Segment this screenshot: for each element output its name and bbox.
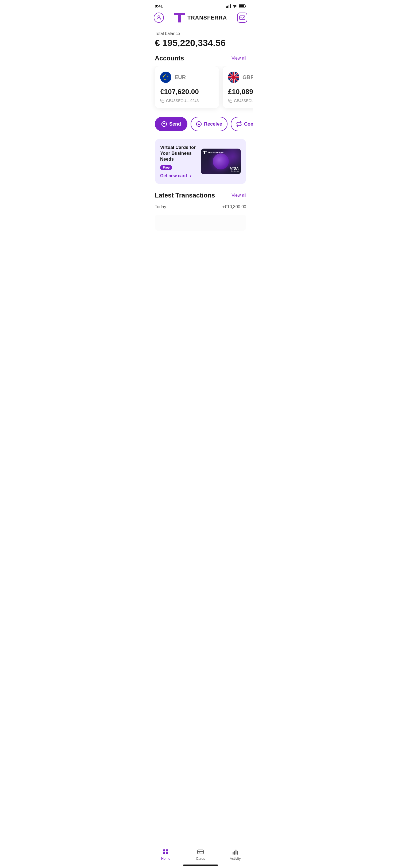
gbp-iban-text: GB43SEOU.... (234, 99, 253, 103)
svg-point-18 (163, 78, 164, 78)
svg-point-11 (165, 74, 166, 75)
svg-rect-1 (227, 6, 228, 8)
eur-currency-name: EUR (175, 74, 186, 81)
status-bar: 9:41 (148, 0, 253, 10)
gbp-amount: £10,089,2 (228, 88, 253, 96)
svg-point-14 (167, 78, 168, 78)
virtual-card-banner: Virtual Cards for Your Business Needs Fr… (155, 139, 246, 184)
battery-icon (239, 4, 246, 8)
transaction-item-partial (155, 215, 246, 230)
gbp-currency-name: GBP (243, 74, 253, 81)
receive-icon (196, 121, 202, 127)
today-row: Today +€10,300.00 (155, 205, 246, 213)
svg-rect-6 (245, 5, 246, 7)
balance-label: Total balance (155, 31, 246, 36)
accounts-section-header: Accounts View all (148, 55, 253, 66)
svg-point-12 (167, 75, 167, 75)
today-amount: +€10,300.00 (222, 205, 246, 209)
chevron-right-icon (188, 174, 193, 178)
visa-label: VISA (230, 166, 239, 170)
svg-point-7 (158, 16, 160, 18)
transactions-title: Latest Transactions (155, 192, 215, 199)
action-buttons: Send Receive Convert (148, 115, 253, 137)
receive-label: Receive (204, 121, 222, 127)
uk-flag (228, 72, 239, 83)
eur-iban-text: GB43SEOU....9243 (166, 99, 198, 103)
svg-point-20 (164, 75, 165, 75)
eur-amount: €107,620.00 (160, 88, 214, 96)
svg-rect-5 (239, 5, 244, 7)
convert-icon (236, 121, 242, 127)
convert-label: Convert (244, 121, 253, 127)
today-label: Today (155, 205, 166, 209)
svg-point-16 (165, 80, 166, 80)
account-card-gbp[interactable]: GBP £10,089,2 GB43SEOU.... (223, 66, 253, 108)
svg-point-15 (167, 79, 167, 80)
svg-rect-0 (226, 6, 227, 8)
visa-label-wrap: VISA Business (230, 166, 239, 172)
brand-logo: TRANSFERRA (174, 13, 227, 23)
banner-title: Virtual Cards for Your Business Needs (160, 145, 196, 162)
transactions-view-all[interactable]: View all (232, 193, 246, 198)
gbp-currency-row: GBP (228, 72, 253, 83)
convert-button[interactable]: Convert (231, 117, 253, 131)
get-card-label: Get new card (160, 174, 187, 178)
accounts-view-all[interactable]: View all (232, 56, 246, 61)
transactions-section: Latest Transactions View all Today +€10,… (148, 192, 253, 230)
svg-point-19 (163, 76, 164, 77)
banner-text: Virtual Cards for Your Business Needs Fr… (160, 145, 196, 178)
wifi-icon (232, 4, 237, 8)
free-badge: Free (160, 165, 172, 170)
svg-rect-10 (240, 16, 245, 20)
visa-sublabel: Business (231, 170, 239, 172)
virtual-card-image: TRANSFERRA VISA Business (201, 149, 241, 174)
eu-flag (160, 72, 172, 83)
get-new-card-link[interactable]: Get new card (160, 174, 196, 178)
accounts-scroll: EUR €107,620.00 GB43SEOU....9243 (148, 66, 253, 115)
svg-rect-3 (230, 4, 231, 8)
mail-icon (239, 15, 245, 20)
signal-icon (226, 4, 231, 8)
status-time: 9:41 (155, 4, 163, 8)
avatar-button[interactable] (154, 12, 164, 23)
balance-amount: € 195,220,334.56 (155, 38, 246, 48)
eur-iban: GB43SEOU....9243 (160, 99, 214, 103)
eur-currency-row: EUR (160, 72, 214, 83)
card-globe-decoration (213, 153, 229, 169)
logo-mark (174, 13, 185, 23)
accounts-title: Accounts (155, 55, 184, 62)
gbp-iban: GB43SEOU.... (228, 99, 253, 103)
send-button[interactable]: Send (155, 117, 187, 131)
account-card-eur[interactable]: EUR €107,620.00 GB43SEOU....9243 (155, 66, 219, 108)
svg-rect-2 (228, 5, 229, 8)
balance-section: Total balance € 195,220,334.56 (148, 27, 253, 55)
copy-icon-gbp[interactable] (228, 99, 232, 103)
eu-stars-icon (162, 73, 169, 81)
svg-marker-36 (203, 151, 207, 154)
send-label: Send (169, 121, 181, 127)
brand-name: TRANSFERRA (187, 15, 227, 21)
user-icon (156, 15, 162, 21)
svg-rect-21 (162, 100, 164, 103)
send-icon (161, 121, 167, 127)
svg-point-13 (167, 76, 168, 77)
receive-button[interactable]: Receive (191, 117, 227, 131)
svg-rect-31 (229, 100, 232, 103)
svg-point-17 (164, 79, 165, 80)
mail-button[interactable] (237, 12, 247, 23)
copy-icon[interactable] (160, 99, 164, 103)
status-icons (226, 4, 246, 8)
app-header: TRANSFERRA (148, 10, 253, 27)
transactions-header: Latest Transactions View all (155, 192, 246, 199)
